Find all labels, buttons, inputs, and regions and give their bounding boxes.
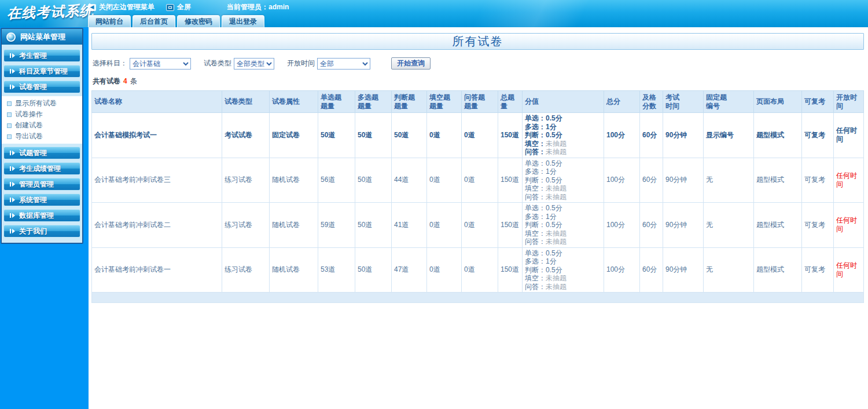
result-count: 共有试卷4条 <box>93 76 864 86</box>
cell-retake: 可复考 <box>802 247 834 293</box>
table-row: 会计基础考前冲刺试卷二练习试卷随机试卷59道50道41道0道0道150道单选：0… <box>92 203 864 248</box>
cell-retake: 可复考 <box>802 203 834 248</box>
cell-total-score: 100分 <box>604 113 640 158</box>
table-row: 会计基础考前冲刺试卷一练习试卷随机试卷53道50道47道0道0道150道单选：0… <box>92 247 864 293</box>
square-icon <box>7 112 12 117</box>
cell-total-score: 100分 <box>604 247 640 293</box>
sidebar-item-label: 考生管理 <box>19 51 47 61</box>
tab-admin-home[interactable]: 后台首页 <box>133 15 175 27</box>
sidebar-item-11[interactable]: 数据库管理 <box>3 209 80 222</box>
cell-paper-name: 会计基础模拟考试一 <box>92 113 222 158</box>
cell-qa-count: 0道 <box>462 247 498 293</box>
col-header-page-layout: 页面布局 <box>754 91 802 113</box>
paper-type-select[interactable]: 全部类型 <box>234 58 274 70</box>
sidebar-item-label: 试卷管理 <box>19 82 47 92</box>
square-icon <box>7 101 12 106</box>
topbar-links: ◀ 关闭左边管理菜单 全屏 当前管理员：admin <box>88 2 289 12</box>
subject-select[interactable]: 会计基础 <box>130 58 191 70</box>
cell-qa-count: 0道 <box>462 158 498 203</box>
sidebar-item-0[interactable]: 考生管理 <box>3 49 80 62</box>
cell-open-time: 任何时间 <box>834 158 864 203</box>
fullscreen-button[interactable]: 全屏 <box>166 2 191 12</box>
sidebar-item-label: 试题管理 <box>19 148 47 158</box>
cell-retake: 可复考 <box>802 158 834 203</box>
tab-logout[interactable]: 退出登录 <box>222 15 264 27</box>
open-time-select[interactable]: 全部 <box>317 58 370 70</box>
cell-judge-count: 47道 <box>392 247 427 293</box>
cell-blank-count: 0道 <box>427 158 462 203</box>
col-header-total-count: 总题量 <box>498 91 523 113</box>
subject-label: 选择科目： <box>93 59 127 68</box>
cell-total-count: 150道 <box>498 203 523 248</box>
sidebar-item-7[interactable]: 试题管理 <box>3 147 80 159</box>
sidebar-item-1[interactable]: 科目及章节管理 <box>3 65 80 78</box>
sidebar-submenu: 显示所有试卷试卷操作创建试卷导出试卷 <box>2 96 82 144</box>
cell-exam-duration: 90分钟 <box>663 113 704 158</box>
sidebar-item-label: 科目及章节管理 <box>19 67 68 76</box>
topbar-tabs: 网站前台 后台首页 修改密码 退出登录 <box>88 15 264 27</box>
cell-judge-count: 44道 <box>392 158 427 203</box>
page-layout: 网站菜单管理 考生管理科目及章节管理试卷管理显示所有试卷试卷操作创建试卷导出试卷… <box>0 27 868 409</box>
cell-retake: 可复考 <box>802 113 834 158</box>
cell-single-count: 56道 <box>318 158 355 203</box>
page-title: 所有试卷 <box>453 34 503 49</box>
sidebar-item-9[interactable]: 管理员管理 <box>3 178 80 191</box>
play-icon <box>10 151 15 155</box>
count-value: 4 <box>123 77 127 85</box>
play-icon <box>10 69 15 74</box>
paper-type-label: 试卷类型 <box>204 59 231 68</box>
top-bar: 在线考试系统 ◀ 关闭左边管理菜单 全屏 当前管理员：admin 网站前台 后台… <box>0 0 868 27</box>
cell-pass-score: 60分 <box>640 247 663 293</box>
cell-blank-count: 0道 <box>427 247 462 293</box>
cell-single-count: 50道 <box>318 113 355 158</box>
cell-exam-duration: 90分钟 <box>663 247 704 293</box>
cell-score-values: 单选：0.5分多选：1分判断：0.5分填空：未抽题问答：未抽题 <box>523 158 604 203</box>
sidebar-subitem-4[interactable]: 试卷操作 <box>2 109 82 120</box>
sidebar-item-label: 管理员管理 <box>19 180 54 189</box>
count-suffix: 条 <box>130 77 137 85</box>
col-header-total-score: 总分 <box>604 91 640 113</box>
main-content: 所有试卷 选择科目： 会计基础 试卷类型 全部类型 开放时间 全部 开始查询 共… <box>89 27 868 409</box>
table-row: 会计基础考前冲刺试卷三练习试卷随机试卷56道50道44道0道0道150道单选：0… <box>92 158 864 203</box>
sidebar-subitem-5[interactable]: 创建试卷 <box>2 120 82 131</box>
cell-paper-name: 会计基础考前冲刺试卷二 <box>92 203 222 248</box>
sidebar-item-12[interactable]: 关于我们 <box>3 225 80 238</box>
sidebar-subitem-6[interactable]: 导出试卷 <box>2 131 82 142</box>
search-button[interactable]: 开始查询 <box>391 57 431 70</box>
cell-total-count: 150道 <box>498 247 523 293</box>
tab-site-front[interactable]: 网站前台 <box>88 15 131 27</box>
sidebar-item-2[interactable]: 试卷管理 <box>3 81 80 93</box>
cell-multi-count: 50道 <box>355 203 392 248</box>
sidebar-item-10[interactable]: 系统管理 <box>3 193 80 206</box>
sidebar-item-label: 关于我们 <box>19 227 47 236</box>
sidebar-header: 网站菜单管理 <box>2 29 82 45</box>
close-left-menu-button[interactable]: ◀ 关闭左边管理菜单 <box>88 2 155 12</box>
cell-paper-name: 会计基础考前冲刺试卷三 <box>92 158 222 203</box>
sidebar-subitem-3[interactable]: 显示所有试卷 <box>2 98 82 109</box>
table-footer-cell <box>92 293 864 303</box>
cell-multi-count: 50道 <box>355 113 392 158</box>
table-header-row: 试卷名称试卷类型试卷属性单选题 题量多选题 题量判断题 题量填空题 题量问答题 … <box>92 91 864 113</box>
cell-paper-attr: 随机试卷 <box>270 247 318 293</box>
cell-single-count: 59道 <box>318 203 355 248</box>
cell-paper-name: 会计基础考前冲刺试卷一 <box>92 247 222 293</box>
cell-total-score: 100分 <box>604 158 640 203</box>
cell-score-values: 单选：0.5分多选：1分判断：0.5分填空：未抽题问答：未抽题 <box>523 113 604 158</box>
fullscreen-label: 全屏 <box>177 2 191 12</box>
cell-qa-count: 0道 <box>462 113 498 158</box>
table-footer-row <box>92 293 864 303</box>
cell-fixed-number: 无 <box>704 247 754 293</box>
play-icon <box>10 229 15 233</box>
sidebar-item-8[interactable]: 考生成绩管理 <box>3 162 80 175</box>
col-header-multi-count: 多选题 题量 <box>355 91 392 113</box>
cell-exam-duration: 90分钟 <box>663 203 704 248</box>
cell-pass-score: 60分 <box>640 113 663 158</box>
cell-pass-score: 60分 <box>640 203 663 248</box>
play-icon <box>10 53 15 58</box>
tab-change-password[interactable]: 修改密码 <box>177 15 220 27</box>
cell-paper-type: 练习试卷 <box>222 203 270 248</box>
sidebar-subitem-label: 导出试卷 <box>15 132 43 141</box>
sidebar-item-label: 系统管理 <box>19 195 47 205</box>
sphere-icon <box>6 32 16 42</box>
cell-page-layout: 题型模式 <box>754 247 802 293</box>
